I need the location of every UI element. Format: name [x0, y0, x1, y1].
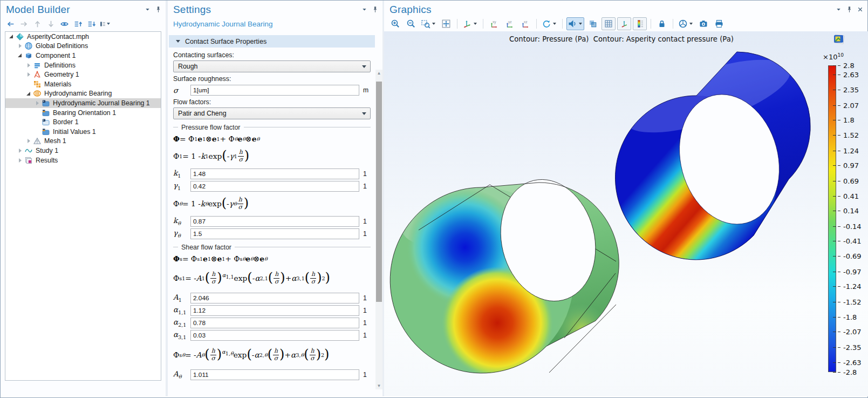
color-legend-button[interactable]: [633, 17, 647, 30]
chevron-down-icon[interactable]: [474, 23, 477, 25]
settings-window-controls: [360, 5, 379, 14]
tree-item-mesh-1[interactable]: Mesh 1: [5, 137, 161, 146]
tree-item-bearing-orientation-1[interactable]: Bearing Orientation 1: [5, 108, 161, 118]
tree-item-results[interactable]: Results: [5, 156, 161, 165]
image-snapshot-button[interactable]: [696, 17, 710, 30]
expand-arrow[interactable]: [26, 62, 32, 68]
expand-all-button[interactable]: [86, 18, 97, 29]
scene-light-button[interactable]: [566, 17, 584, 30]
expand-arrow[interactable]: [26, 72, 32, 78]
zoom-out-button[interactable]: [404, 17, 418, 30]
environment-reflections-button[interactable]: [677, 17, 695, 30]
back-button[interactable]: [5, 18, 16, 29]
tree-item-initial-values-1[interactable]: Initial Values 1: [5, 127, 161, 137]
expand-arrow[interactable]: [17, 157, 23, 163]
zoom-extents-button[interactable]: [439, 17, 453, 30]
plot-canvas[interactable]: Contour: Pressure (Pa) Contour: Asperity…: [384, 31, 868, 396]
surface-roughness-input[interactable]: 1[um]: [190, 85, 359, 96]
tree-item-global-definitions[interactable]: Global Definitions: [5, 42, 161, 51]
chevron-down-icon[interactable]: [432, 23, 435, 25]
tree-item-definitions[interactable]: Definitions: [5, 60, 161, 70]
tree-item-materials[interactable]: Materials: [5, 79, 161, 89]
zoom-box-icon: [421, 19, 430, 29]
go-to-xz-view-button[interactable]: xz: [518, 17, 532, 30]
a1-input[interactable]: 2.046: [190, 293, 359, 303]
tree-item-geometry-1[interactable]: Geometry 1: [5, 70, 161, 79]
chevron-down-icon[interactable]: [689, 23, 693, 25]
forward-button[interactable]: [18, 18, 29, 29]
grid-button[interactable]: [602, 17, 616, 30]
pin-panel-button[interactable]: [371, 5, 379, 14]
equation: Φsθ = -Aθ(hσ)α1,θexp(-α2,θ(hσ) + α3,θ(hσ…: [173, 343, 376, 367]
input-value: 1.12: [193, 307, 206, 314]
select-value: Patir and Cheng: [178, 110, 227, 117]
go-to-xy-view-button[interactable]: xy: [487, 17, 501, 30]
flow-factors-select[interactable]: Patir and Cheng: [173, 107, 371, 119]
group-divider: Pressure flow factor: [173, 123, 371, 131]
alpha21-input[interactable]: 0.78: [190, 318, 359, 328]
lock-axes-button[interactable]: [655, 17, 669, 30]
default-3d-view-button[interactable]: [461, 17, 479, 30]
input-value: 0.87: [193, 218, 206, 225]
tree-item-asperitycontact-mph[interactable]: AsperityContact.mph: [5, 32, 161, 42]
show-button[interactable]: [59, 18, 70, 29]
atheta-input[interactable]: 1.011: [190, 369, 359, 380]
expand-arrow[interactable]: [9, 33, 15, 39]
tree-item-label: Definitions: [44, 62, 76, 69]
expand-arrow[interactable]: [17, 43, 23, 49]
transparency-button[interactable]: [586, 17, 600, 30]
unit-label: 1: [363, 307, 371, 314]
axis-orientation-button[interactable]: [617, 17, 631, 30]
expand-arrow[interactable]: [26, 91, 32, 97]
section-contact-surface-properties[interactable]: Contact Surface Properties: [169, 35, 375, 48]
go-to-yz-view-button[interactable]: yz: [503, 17, 517, 30]
tree-item-hydrodynamic-journal-bearing-1[interactable]: Hydrodynamic Journal Bearing 1: [5, 98, 161, 108]
zoom-in-button[interactable]: [388, 17, 402, 30]
settings-scrollbar[interactable]: ▲ ▼: [375, 70, 382, 389]
expand-arrow[interactable]: [17, 147, 23, 153]
panel-menu-button[interactable]: [360, 5, 368, 14]
contacting-surfaces-select[interactable]: Rough: [173, 60, 371, 72]
tree-item-component-1[interactable]: Component 1: [5, 51, 161, 60]
legend-tick: -0.97: [833, 267, 862, 276]
ktheta-input[interactable]: 0.87: [190, 216, 359, 227]
tree-item-label: Border 1: [53, 118, 79, 126]
k1-input[interactable]: 1.48: [190, 168, 359, 179]
model-tree-node-text-button[interactable]: [99, 18, 110, 29]
chevron-down-icon[interactable]: [553, 23, 556, 25]
color-legend-icon: [635, 19, 645, 29]
scroll-down-arrow[interactable]: ▼: [375, 382, 382, 389]
tree-item-study-1[interactable]: Study 1: [5, 146, 161, 156]
expand-arrow[interactable]: [17, 52, 23, 58]
pin-panel-button[interactable]: [845, 5, 853, 14]
pressure-contour-ring: [390, 143, 619, 383]
equation: Φθ = 1 - kθexp(-γθhσ): [173, 194, 376, 213]
tree-item-label: Hydrodynamic Journal Bearing 1: [53, 99, 150, 107]
gammatheta-input[interactable]: 1.5: [190, 228, 359, 239]
chevron-down-icon[interactable]: [579, 23, 582, 25]
print-button[interactable]: [712, 17, 726, 30]
pin-panel-button[interactable]: [154, 5, 162, 14]
panel-menu-button[interactable]: [834, 5, 843, 14]
settings-title: Settings: [173, 4, 211, 16]
alpha11-input[interactable]: 1.12: [190, 305, 359, 316]
collapse-all-button[interactable]: [72, 18, 83, 29]
close-panel-button[interactable]: [856, 5, 864, 14]
move-up-button[interactable]: [32, 18, 43, 29]
settings-subtitle[interactable]: Hydrodynamic Journal Bearing: [173, 20, 273, 28]
tree-item-border-1[interactable]: Border 1: [5, 117, 161, 127]
zoom-box-button[interactable]: [420, 17, 438, 30]
pin-icon: [155, 6, 162, 13]
scrollbar-thumb[interactable]: [376, 82, 382, 302]
alpha31-input[interactable]: 0.03: [190, 330, 359, 341]
tree-item-hydrodynamic-bearing[interactable]: Hydrodynamic Bearing: [5, 89, 161, 99]
gamma1-input[interactable]: 0.42: [190, 181, 359, 192]
expand-arrow[interactable]: [26, 138, 32, 144]
expand-arrow[interactable]: [35, 100, 40, 106]
node-dot-icon: [42, 109, 50, 117]
panel-menu-button[interactable]: [143, 5, 152, 14]
plot-thumbnail-icon[interactable]: [832, 33, 845, 45]
move-down-button[interactable]: [45, 18, 56, 29]
rotate-button[interactable]: [541, 17, 558, 30]
scroll-up-arrow[interactable]: ▲: [375, 70, 382, 77]
